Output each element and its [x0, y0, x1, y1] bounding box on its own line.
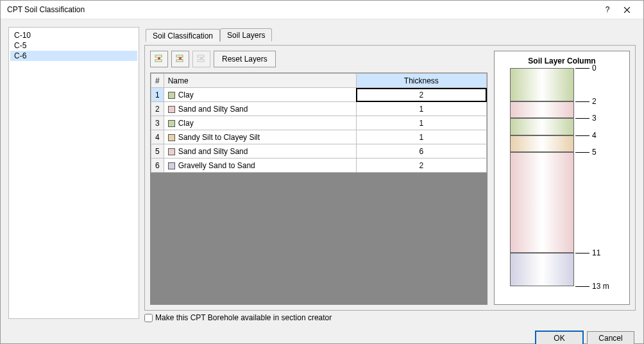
row-index[interactable]: 4: [151, 130, 164, 144]
layer-name: Clay: [178, 119, 194, 128]
depth-ticks: 023451113 m: [575, 68, 620, 295]
color-swatch: [168, 106, 175, 113]
color-swatch: [168, 148, 175, 155]
cell-name[interactable]: Clay: [164, 116, 356, 130]
tab-strip: Soil ClassificationSoil Layers: [144, 27, 636, 41]
row-index[interactable]: 1: [151, 88, 164, 102]
row-index[interactable]: 3: [151, 116, 164, 130]
help-button[interactable]: ?: [601, 1, 614, 19]
cancel-button[interactable]: Cancel: [587, 331, 634, 344]
table-row[interactable]: 2Sand and Silty Sand1: [151, 102, 487, 116]
stratum: [510, 152, 574, 253]
cell-thickness[interactable]: 2: [356, 159, 486, 173]
layer-name: Gravelly Sand to Sand: [178, 161, 255, 170]
cell-name[interactable]: Sandy Silt to Clayey Silt: [164, 130, 356, 144]
cell-name[interactable]: Sand and Silty Sand: [164, 102, 356, 116]
section-creator-label[interactable]: Make this CPT Borehole available in sect…: [155, 313, 332, 322]
strata-stack: [510, 68, 574, 295]
column-title: Soil Layer Column: [498, 56, 625, 65]
layer-name: Sand and Silty Sand: [178, 147, 248, 156]
color-swatch: [168, 162, 175, 169]
layers-table[interactable]: # Name Thickness 1Clay22Sand and Silty S…: [151, 73, 487, 173]
close-button[interactable]: [614, 1, 640, 19]
stratum: [510, 101, 574, 118]
cell-thickness[interactable]: 6: [356, 144, 486, 159]
table-row[interactable]: 1Clay2: [151, 88, 487, 102]
sidebar-item[interactable]: C-6: [10, 51, 137, 61]
tab[interactable]: Soil Layers: [220, 28, 272, 42]
stratum: [510, 118, 574, 135]
svg-rect-5: [198, 60, 204, 62]
col-header-index[interactable]: #: [151, 74, 164, 88]
cell-thickness[interactable]: 1: [356, 116, 486, 130]
move-row-button: [192, 51, 210, 67]
stratum: [510, 253, 574, 286]
section-creator-checkbox[interactable]: [144, 314, 153, 322]
svg-rect-3: [176, 60, 183, 62]
layer-name: Clay: [178, 90, 194, 99]
soil-layer-column: Soil Layer Column 023451113 m: [494, 51, 630, 305]
sidebar-item[interactable]: C-10: [10, 30, 137, 40]
insert-row-icon: [154, 54, 164, 64]
svg-rect-1: [155, 60, 162, 62]
table-row[interactable]: 4Sandy Silt to Clayey Silt1: [151, 130, 487, 144]
stratum: [510, 135, 574, 152]
insert-row-button[interactable]: [150, 51, 168, 67]
col-header-thickness[interactable]: Thickness: [356, 74, 486, 88]
layer-name: Sand and Silty Sand: [178, 105, 248, 114]
table-row[interactable]: 3Clay1: [151, 116, 487, 130]
cell-thickness[interactable]: 2: [356, 88, 486, 102]
svg-rect-2: [176, 55, 183, 57]
reset-layers-button[interactable]: Reset Layers: [214, 51, 276, 67]
cell-thickness[interactable]: 1: [356, 102, 486, 116]
row-index[interactable]: 2: [151, 102, 164, 116]
titlebar: CPT Soil Classification ?: [1, 1, 643, 19]
move-up-icon: [196, 54, 207, 64]
sidebar-item[interactable]: C-5: [10, 40, 137, 51]
borehole-list[interactable]: C-10C-5C-6: [8, 27, 139, 319]
cell-name[interactable]: Clay: [164, 88, 356, 102]
window-title: CPT Soil Classification: [7, 5, 601, 14]
cell-name[interactable]: Gravelly Sand to Sand: [164, 159, 356, 173]
color-swatch: [168, 134, 175, 141]
delete-row-button[interactable]: [171, 51, 189, 67]
row-index[interactable]: 5: [151, 144, 164, 159]
cell-thickness[interactable]: 1: [356, 130, 486, 144]
col-header-name[interactable]: Name: [164, 74, 356, 88]
stratum: [510, 68, 574, 101]
close-icon: [623, 6, 631, 13]
tab[interactable]: Soil Classification: [146, 29, 220, 42]
svg-rect-0: [155, 55, 162, 57]
delete-row-icon: [175, 54, 185, 64]
color-swatch: [168, 120, 175, 127]
toolbar: Reset Layers: [150, 51, 487, 67]
table-row[interactable]: 5Sand and Silty Sand6: [151, 144, 487, 159]
cell-name[interactable]: Sand and Silty Sand: [164, 144, 356, 159]
table-row[interactable]: 6Gravelly Sand to Sand2: [151, 159, 487, 173]
layer-name: Sandy Silt to Clayey Silt: [178, 133, 260, 142]
color-swatch: [168, 92, 175, 99]
svg-rect-4: [198, 55, 204, 57]
ok-button[interactable]: OK: [536, 331, 583, 344]
row-index[interactable]: 6: [151, 159, 164, 173]
layers-table-container: # Name Thickness 1Clay22Sand and Silty S…: [150, 73, 487, 305]
soil-layers-panel: Reset Layers # Name Thickness 1C: [144, 45, 636, 311]
